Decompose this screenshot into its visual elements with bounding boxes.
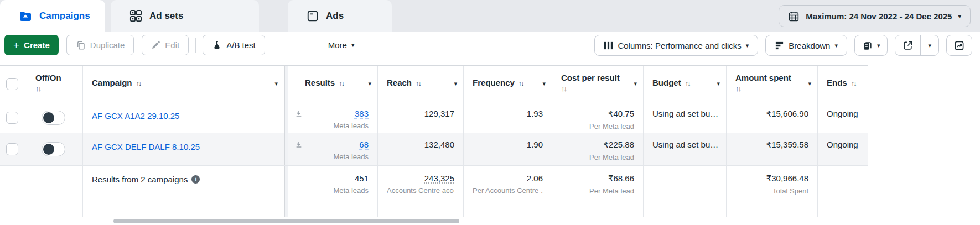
reports-icon <box>862 40 873 51</box>
view-charts-button[interactable] <box>946 35 972 56</box>
off-on-header-label: Off/On <box>35 73 61 82</box>
results-value-link[interactable]: 383 <box>355 109 369 118</box>
toggle-cell <box>24 102 83 133</box>
summary-frequency-sub: Per Accounts Centre … <box>473 186 543 195</box>
horizontal-scrollbar-thumb[interactable] <box>113 219 459 223</box>
sort-icon: ↑↓ <box>518 79 523 87</box>
summary-cost-value: ₹68.66 <box>561 174 634 184</box>
download-report-icon[interactable] <box>294 140 303 151</box>
results-sub-label: Meta leads <box>297 153 369 161</box>
edit-button[interactable]: Edit <box>142 35 189 55</box>
pencil-icon <box>151 40 160 50</box>
export-button[interactable] <box>895 35 920 55</box>
header-budget[interactable]: Budget↑↓ ▾ <box>644 66 727 102</box>
campaigns-folder-icon <box>19 9 32 23</box>
header-frequency[interactable]: Frequency↑↓ ▾ <box>464 66 552 102</box>
campaign-toggle[interactable] <box>42 142 65 156</box>
cost-sub-label: Per Meta lead <box>561 122 634 130</box>
date-range-button[interactable]: Maximum: 24 Nov 2022 - 24 Dec 2025 ▾ <box>779 5 971 27</box>
budget-value: Using ad set bu… <box>652 102 717 118</box>
budget-value: Using ad set bu… <box>652 133 717 149</box>
toggle-knob <box>43 144 54 155</box>
ab-test-button[interactable]: A/B test <box>203 35 265 55</box>
duplicate-button[interactable]: Duplicate <box>66 35 134 55</box>
frozen-column-separator <box>284 66 288 102</box>
results-filter-caret-icon[interactable]: ▾ <box>368 81 371 87</box>
summary-spent-value: ₹30,966.48 <box>735 174 808 184</box>
tab-campaigns[interactable]: Campaigns <box>0 0 105 32</box>
frozen-column-separator <box>284 102 288 133</box>
more-button-label: More <box>328 40 347 50</box>
info-icon[interactable]: i <box>191 175 200 184</box>
amount-spent-value: ₹15,606.90 <box>735 102 808 119</box>
chevron-down-icon: ▾ <box>958 13 961 19</box>
breakdown-icon <box>775 41 784 50</box>
results-value-link[interactable]: 68 <box>359 140 369 149</box>
amount-spent-value: ₹15,359.58 <box>735 133 808 150</box>
campaign-name-link[interactable]: AF GCX A1A2 29.10.25 <box>92 102 179 121</box>
row-checkbox[interactable] <box>6 143 18 155</box>
toolbar-right-group: Columns: Performance and clicks ▾ Breakd… <box>594 35 972 56</box>
budget-filter-caret-icon[interactable]: ▾ <box>717 81 720 87</box>
reach-value: 132,480 <box>387 133 454 149</box>
header-amount-spent[interactable]: Amount spent ↑↓ ▾ <box>727 66 818 102</box>
campaign-toggle[interactable] <box>42 111 65 125</box>
header-off-on[interactable]: Off/On ↑↓ <box>24 66 83 102</box>
chevron-down-icon: ▾ <box>834 43 838 49</box>
columns-button[interactable]: Columns: Performance and clicks ▾ <box>594 35 758 56</box>
results-header-label: Results <box>305 78 335 87</box>
frozen-column-separator <box>284 133 288 165</box>
budget-header-label: Budget <box>652 78 681 87</box>
breakdown-button[interactable]: Breakdown ▾ <box>765 35 847 56</box>
frozen-column-separator <box>284 166 288 217</box>
table-header-row: Off/On ↑↓ Campaign↑↓ ▾ Results↑↓ ▾ Reach… <box>0 66 868 102</box>
header-cost-per-result[interactable]: Cost per result ↑↓ ▾ <box>552 66 644 102</box>
header-checkbox-cell <box>0 66 24 102</box>
summary-results-value: 451 <box>297 174 369 183</box>
edit-button-label: Edit <box>165 40 179 50</box>
summary-reach-value[interactable]: 243,325 <box>424 174 454 183</box>
export-split-button: ▾ <box>895 35 939 56</box>
reports-button[interactable]: ▾ <box>854 35 888 56</box>
summary-row: Results from 2 campaigns i 451 Meta lead… <box>0 166 868 217</box>
frequency-header-label: Frequency <box>473 78 515 87</box>
duplicate-button-label: Duplicate <box>90 40 125 50</box>
sort-icon: ↑↓ <box>136 79 141 87</box>
campaign-filter-caret-icon[interactable]: ▾ <box>274 81 278 87</box>
sort-icon: ↑↓ <box>561 85 634 93</box>
header-reach[interactable]: Reach↑↓ ▾ <box>378 66 464 102</box>
reach-header-label: Reach <box>387 78 412 87</box>
cost-filter-caret-icon[interactable]: ▾ <box>634 81 637 87</box>
header-ends[interactable]: Ends↑↓ <box>818 66 868 102</box>
cost-sub-label: Per Meta lead <box>561 153 634 161</box>
frequency-filter-caret-icon[interactable]: ▾ <box>542 81 546 87</box>
campaign-header-label: Campaign <box>92 78 132 87</box>
campaign-name-link[interactable]: AF GCX DELF DALF 8.10.25 <box>92 133 200 151</box>
toggle-cell <box>24 133 83 165</box>
chevron-down-icon: ▾ <box>928 43 931 49</box>
select-all-checkbox[interactable] <box>6 78 18 90</box>
ends-header-label: Ends <box>827 78 847 87</box>
more-button[interactable]: More ▾ <box>323 35 360 55</box>
reach-filter-caret-icon[interactable]: ▾ <box>454 81 457 87</box>
sort-icon: ↑↓ <box>685 79 690 87</box>
download-report-icon[interactable] <box>294 109 303 121</box>
info-icon-glyph: i <box>195 176 197 182</box>
summary-cost-sub: Per Meta lead <box>561 187 634 195</box>
row-checkbox[interactable] <box>6 112 18 124</box>
ads-manager-screen: Campaigns Ad sets Ads Maximum: 24 Nov 20… <box>0 0 980 225</box>
tab-ads[interactable]: Ads <box>288 0 392 32</box>
header-results[interactable]: Results↑↓ ▾ <box>288 66 378 102</box>
create-button-label: Create <box>24 40 50 50</box>
columns-button-label: Columns: Performance and clicks <box>618 41 741 50</box>
spent-filter-caret-icon[interactable]: ▾ <box>808 81 811 87</box>
ends-value: Ongoing <box>827 102 868 118</box>
create-button[interactable]: + Create <box>4 35 59 55</box>
summary-label: Results from 2 campaigns <box>92 175 188 184</box>
header-campaign[interactable]: Campaign↑↓ ▾ <box>83 66 284 102</box>
cost-per-result-value: ₹225.88 <box>561 133 634 150</box>
tab-ad-sets[interactable]: Ad sets <box>111 0 259 32</box>
columns-icon <box>604 41 613 50</box>
export-options-button[interactable]: ▾ <box>921 35 938 55</box>
chevron-down-icon: ▾ <box>351 42 355 48</box>
